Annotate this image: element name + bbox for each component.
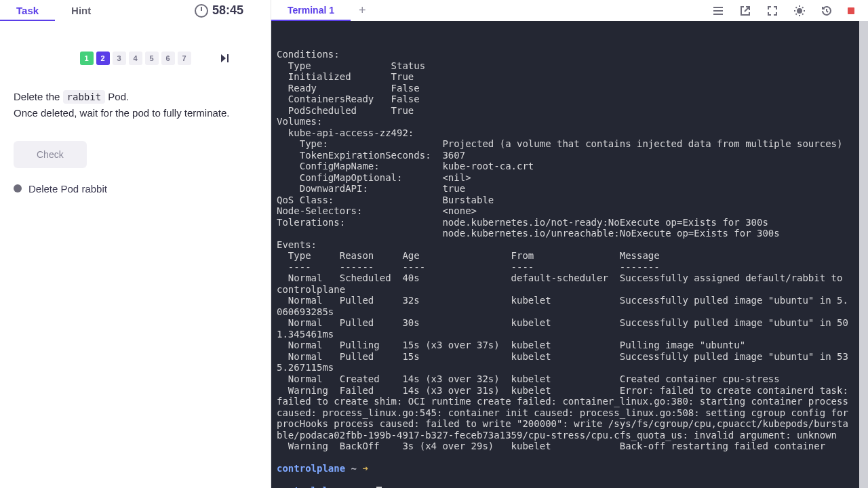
check-button[interactable]: Check	[14, 141, 87, 168]
instruction-text-post: Pod.	[105, 91, 129, 102]
todo-label: Delete Pod rabbit	[28, 183, 107, 195]
svg-point-0	[797, 8, 802, 14]
todo-status-icon	[14, 184, 22, 192]
terminal-scrollbar[interactable]	[859, 21, 868, 488]
history-icon[interactable]	[821, 5, 833, 17]
instruction-line2: Once deleted, wait for the pod to fully …	[14, 107, 230, 119]
stop-icon[interactable]	[848, 7, 854, 14]
step-3[interactable]: 3	[113, 52, 126, 65]
tab-task[interactable]: Task	[0, 0, 55, 21]
fullscreen-icon[interactable]	[766, 5, 778, 17]
skip-to-end-icon[interactable]	[219, 53, 230, 64]
open-external-icon[interactable]	[739, 5, 751, 17]
add-terminal-tab[interactable]: +	[351, 3, 374, 18]
terminal-output[interactable]: Conditions: Type Status Initialized True…	[271, 21, 868, 488]
tab-hint[interactable]: Hint	[55, 0, 107, 21]
terminal-actions	[712, 5, 868, 17]
prompt-arrow: ➜	[362, 485, 368, 488]
left-tab-bar: Task Hint 58:45	[0, 0, 271, 21]
terminal-text: Conditions: Type Status Initialized True…	[277, 49, 854, 451]
timer: 58:45	[195, 3, 271, 18]
task-body: 1 2 3 4 5 6 7 Delete the rabbit Pod. Onc…	[0, 21, 271, 488]
timer-value: 58:45	[212, 3, 243, 18]
terminal-tab-bar: Terminal 1 +	[271, 0, 868, 21]
step-5[interactable]: 5	[145, 52, 159, 65]
theme-toggle-icon[interactable]	[793, 5, 806, 17]
step-4[interactable]: 4	[129, 52, 142, 65]
step-7[interactable]: 7	[178, 52, 191, 65]
todo-item: Delete Pod rabbit	[14, 183, 257, 195]
prompt-host: controlplane	[277, 485, 345, 488]
task-instructions: Delete the rabbit Pod. Once deleted, wai…	[14, 89, 257, 121]
timer-icon	[195, 4, 208, 18]
task-panel: Task Hint 58:45 1 2 3 4 5 6 7 Delete the…	[0, 0, 271, 488]
prompt-path: ~	[351, 485, 357, 488]
instruction-code: rabbit	[63, 90, 106, 104]
prompt-path: ~	[351, 463, 357, 474]
terminal-tab-1[interactable]: Terminal 1	[271, 0, 351, 21]
step-2[interactable]: 2	[96, 52, 110, 65]
terminal-panel: Terminal 1 + Conditions: Type	[271, 0, 868, 488]
step-1[interactable]: 1	[80, 52, 94, 65]
prompt-arrow: ➜	[362, 463, 368, 474]
step-6[interactable]: 6	[161, 52, 175, 65]
instruction-text: Delete the	[14, 91, 63, 102]
prompt-host: controlplane	[277, 463, 345, 474]
menu-icon[interactable]	[712, 5, 724, 17]
step-indicator: 1 2 3 4 5 6 7	[14, 52, 257, 65]
